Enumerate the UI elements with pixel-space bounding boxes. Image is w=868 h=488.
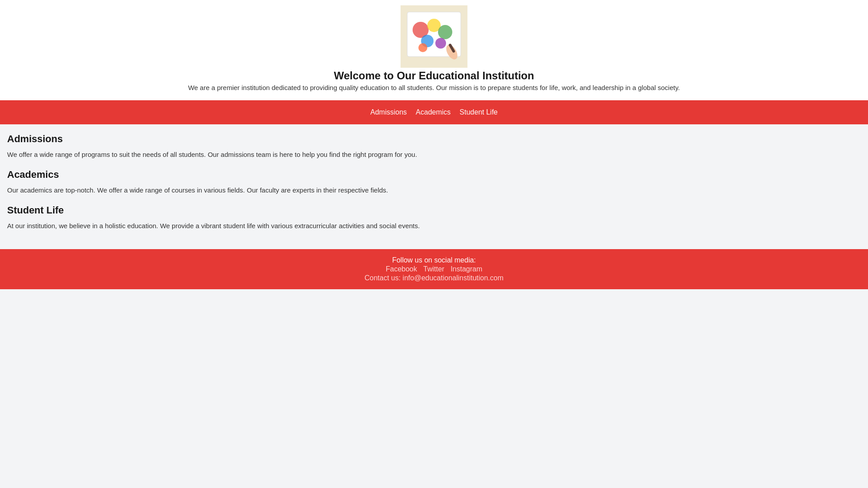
follow-label: Follow us on social media: [7, 256, 861, 264]
social-link[interactable]: Facebook [386, 265, 417, 273]
social-link[interactable]: Instagram [451, 265, 482, 273]
content-section: AdmissionsWe offer a wide range of progr… [7, 133, 861, 160]
header: Welcome to Our Educational Institution W… [0, 0, 868, 100]
nav-item: Academics [416, 108, 451, 116]
page-title: Welcome to Our Educational Institution [7, 70, 861, 82]
nav-item: Admissions [370, 108, 407, 116]
header-description: We are a premier institution dedicated t… [7, 84, 861, 91]
footer: Follow us on social media: FacebookTwitt… [0, 249, 868, 289]
nav-link[interactable]: Student Life [459, 108, 497, 116]
nav-link[interactable]: Admissions [370, 108, 407, 116]
social-link[interactable]: Twitter [423, 265, 444, 273]
section-title: Admissions [7, 133, 861, 145]
footer-contact: Contact us: info@educationalinstitution.… [7, 274, 861, 282]
main-content: AdmissionsWe offer a wide range of progr… [0, 124, 868, 249]
nav-list: AdmissionsAcademicsStudent Life [370, 108, 497, 116]
section-body: Our academics are top-notch. We offer a … [7, 185, 861, 196]
navbar: AdmissionsAcademicsStudent Life [0, 100, 868, 124]
content-section: AcademicsOur academics are top-notch. We… [7, 169, 861, 196]
section-title: Student Life [7, 205, 861, 216]
logo-container [7, 5, 861, 68]
section-body: We offer a wide range of programs to sui… [7, 149, 861, 160]
svg-point-4 [438, 25, 452, 39]
svg-point-6 [435, 38, 446, 49]
section-title: Academics [7, 169, 861, 180]
nav-link[interactable]: Academics [416, 108, 451, 116]
section-body: At our institution, we believe in a holi… [7, 221, 861, 231]
nav-item: Student Life [459, 108, 497, 116]
svg-point-7 [418, 43, 427, 52]
footer-social-links: FacebookTwitterInstagram [386, 265, 483, 273]
logo-image [401, 5, 467, 68]
content-section: Student LifeAt our institution, we belie… [7, 205, 861, 231]
